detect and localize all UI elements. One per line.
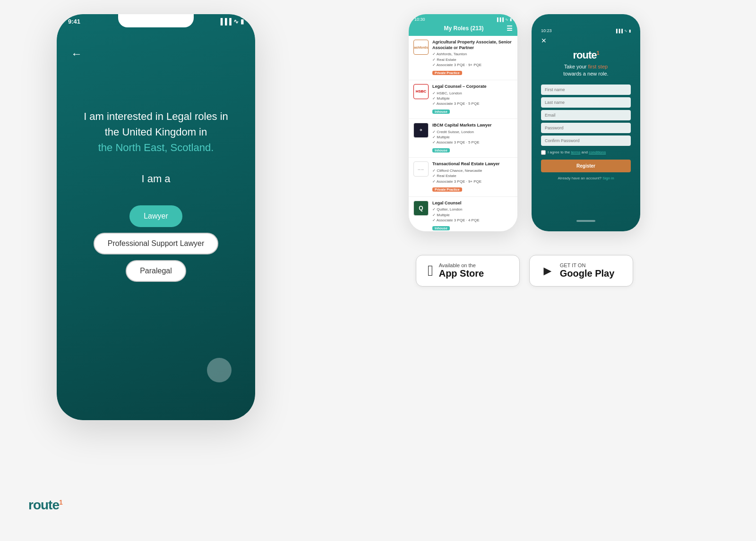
time-left: 9:41 — [68, 18, 80, 25]
highlighted-location: the North East, Scotland. — [98, 142, 214, 153]
signal-reg: ▐▐▐ — [615, 29, 623, 33]
role-tag-2: Inhouse — [432, 110, 450, 114]
brand-name: route — [28, 498, 59, 512]
back-arrow[interactable]: ← — [71, 47, 82, 60]
role-logo-2: HSBC — [413, 84, 429, 99]
role-title-3: IBCM Capital Markets Lawyer — [432, 123, 513, 128]
battery-mid: ▮ — [510, 17, 512, 22]
main-question: I am interested in Legal roles in the Un… — [65, 109, 247, 186]
role-item-3[interactable]: ✈ IBCM Capital Markets Lawyer ✓ Credit S… — [409, 119, 517, 158]
email-input[interactable] — [541, 110, 631, 120]
terms-label: I agree to the terms and conditions — [548, 150, 606, 154]
main-text-line1: I am interested in Legal roles in — [84, 110, 228, 122]
google-play-button[interactable]: ► GET IT ON Google Play — [529, 255, 633, 287]
google-play-big: Google Play — [560, 268, 615, 279]
progress-indicator — [207, 358, 232, 382]
app-store-button[interactable]:  Available on the App Store — [416, 255, 520, 287]
role-buttons: Lawyer Professional Support Lawyer Paral… — [57, 205, 255, 282]
role-title-1: Agricultural Property Associate, Senior … — [432, 40, 513, 51]
role-detail-1: ✓ Ashfords, Taunton ✓ Real Estate ✓ Asso… — [432, 51, 513, 68]
role-detail-2: ✓ HSBC, London ✓ Multiple ✓ Associate 3 … — [432, 91, 513, 107]
role-tag-3: Inhouse — [432, 148, 450, 152]
role-tag-1: Private Practice — [432, 71, 462, 75]
brand-name-reg: route — [573, 49, 596, 61]
reg-subtitle: Take your first steptowards a new role. — [563, 63, 608, 78]
role-info-3: IBCM Capital Markets Lawyer ✓ Credit Sui… — [432, 123, 513, 153]
phone-left-screen: 9:41 ▐▐▐ ∿ ▮ ← I am interested in Legal … — [57, 14, 255, 420]
brand-logo: route1 — [28, 498, 62, 513]
role-logo-3: ✈ — [413, 123, 429, 138]
role-item-4[interactable]: …… Transactional Real Estate Lawyer ✓ Cl… — [409, 158, 517, 196]
confirm-password-input[interactable] — [541, 135, 631, 146]
psl-button[interactable]: Professional Support Lawyer — [94, 233, 219, 254]
google-play-text: GET IT ON Google Play — [560, 262, 615, 279]
role-title-4: Transactional Real Estate Lawyer — [432, 161, 513, 167]
role-info-4: Transactional Real Estate Lawyer ✓ Cliff… — [432, 161, 513, 192]
battery-icon: ▮ — [241, 18, 244, 25]
google-play-small: GET IT ON — [560, 262, 615, 268]
terms-checkbox-row: I agree to the terms and conditions — [541, 150, 631, 155]
sign-in-text: Already have an account? Sign in — [558, 176, 614, 180]
status-bar-left: 9:41 ▐▐▐ ∿ ▮ — [57, 18, 255, 25]
phone-mid: 10:30 ▐▐▐ ∿ ▮ My Roles (213) ☰ ashfords … — [409, 14, 517, 231]
password-input[interactable] — [541, 123, 631, 133]
signal-mid: ▐▐▐ — [496, 17, 504, 22]
close-button[interactable]: ✕ — [541, 37, 547, 44]
role-info-1: Agricultural Property Associate, Senior … — [432, 40, 513, 76]
status-bar-mid: 10:30 ▐▐▐ ∿ ▮ — [409, 14, 517, 22]
battery-reg: ▮ — [629, 29, 631, 33]
store-buttons:  Available on the App Store ► GET IT ON… — [321, 255, 728, 287]
role-item-5[interactable]: Q Legal Counsel ✓ Quilter, London ✓ Mult… — [409, 197, 517, 231]
app-store-big: App Store — [439, 268, 484, 279]
role-tag-5: Inhouse — [432, 226, 450, 230]
role-logo-1: ashfords — [413, 40, 429, 55]
register-button[interactable]: Register — [541, 160, 631, 172]
wifi-mid: ∿ — [505, 17, 508, 22]
role-item-2[interactable]: HSBC Legal Counsel – Corporate ✓ HSBC, L… — [409, 80, 517, 119]
role-title-2: Legal Counsel – Corporate — [432, 84, 513, 90]
right-section: 10:30 ▐▐▐ ∿ ▮ My Roles (213) ☰ ashfords … — [321, 14, 728, 287]
lawyer-button[interactable]: Lawyer — [129, 205, 182, 227]
role-logo-4: …… — [413, 161, 429, 177]
sub-text: I am a — [141, 173, 170, 185]
main-text-line2: the United Kingdom in — [105, 126, 207, 138]
sign-in-link[interactable]: Sign in — [602, 176, 614, 180]
last-name-input[interactable] — [541, 97, 631, 108]
role-detail-5: ✓ Quilter, London ✓ Multiple ✓ Associate… — [432, 207, 513, 223]
roles-list: ashfords Agricultural Property Associate… — [409, 36, 517, 231]
wifi-reg: ∿ — [624, 29, 627, 33]
apple-icon:  — [428, 262, 433, 279]
first-name-input[interactable] — [541, 85, 631, 95]
phone-reg: 10:23 ▐▐▐ ∿ ▮ ✕ route1 Take your first s… — [532, 14, 640, 231]
roles-header: My Roles (213) ☰ — [409, 22, 517, 36]
play-icon: ► — [541, 263, 554, 279]
paralegal-button[interactable]: Paralegal — [126, 260, 186, 282]
phone-left: 9:41 ▐▐▐ ∿ ▮ ← I am interested in Legal … — [57, 14, 255, 420]
brand-superscript: 1 — [59, 499, 62, 506]
brand-sup-reg: 1 — [596, 50, 599, 56]
role-tag-4: Private Practice — [432, 187, 462, 192]
home-indicator-reg — [576, 220, 595, 222]
role-detail-4: ✓ Clifford Chance, Newcastle ✓ Real Esta… — [432, 168, 513, 184]
app-store-small: Available on the — [439, 262, 484, 268]
time-mid: 10:30 — [414, 17, 425, 22]
reg-status-bar: 10:23 ▐▐▐ ∿ ▮ — [541, 28, 631, 33]
role-detail-3: ✓ Credit Suisse, London ✓ Multiple ✓ Ass… — [432, 129, 513, 145]
menu-icon[interactable]: ☰ — [507, 25, 513, 32]
role-info-5: Legal Counsel ✓ Quilter, London ✓ Multip… — [432, 201, 513, 231]
signal-icon: ▐▐▐ — [218, 18, 232, 25]
roles-title: My Roles (213) — [444, 25, 483, 32]
time-reg: 10:23 — [541, 28, 552, 33]
reg-screen: 10:23 ▐▐▐ ∿ ▮ ✕ route1 Take your first s… — [532, 14, 640, 231]
terms-checkbox[interactable] — [541, 150, 546, 155]
role-logo-5: Q — [413, 201, 429, 216]
role-item-1[interactable]: ashfords Agricultural Property Associate… — [409, 36, 517, 80]
reg-brand: route1 — [573, 49, 599, 61]
wifi-icon: ∿ — [233, 18, 239, 25]
phones-row: 10:30 ▐▐▐ ∿ ▮ My Roles (213) ☰ ashfords … — [321, 14, 728, 231]
role-info-2: Legal Counsel – Corporate ✓ HSBC, London… — [432, 84, 513, 115]
role-title-5: Legal Counsel — [432, 201, 513, 206]
app-store-text: Available on the App Store — [439, 262, 484, 279]
